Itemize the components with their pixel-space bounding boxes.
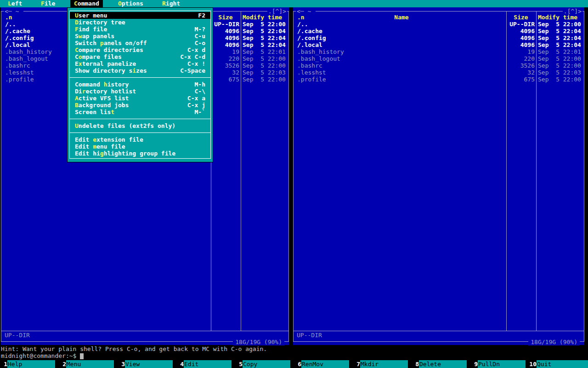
fkey-label: RenMov — [301, 360, 349, 368]
menu-item-switch-panels-on-off[interactable]: Switch panels on/offC-o — [70, 40, 210, 46]
menu-item-compare-directories[interactable]: Compare directoriesC-x d — [70, 46, 210, 53]
file-row[interactable]: .bashrc3526Sep 5 22:00 — [294, 62, 584, 69]
file-mtime: Sep 5 22:00 — [537, 76, 582, 83]
file-size: 4096 — [211, 34, 239, 41]
hotkey-letter: g — [100, 150, 104, 157]
fkey-label: Mkdir — [360, 360, 408, 368]
column-header-size[interactable]: Size — [211, 14, 240, 21]
menu-item-directory-hotlist[interactable]: Directory hotlistC-\ — [70, 88, 210, 95]
menu-item-label: Command history — [75, 81, 129, 88]
file-size: 4096 — [211, 28, 239, 34]
menu-item-shortcut: M-? — [195, 26, 205, 33]
file-size: 4096 — [506, 41, 535, 48]
menu-item-edit-highlighting-group-file[interactable]: Edit highlighting group file — [70, 150, 210, 157]
hotkey-letter: t — [111, 109, 114, 115]
fkey-8-delete[interactable]: 8Delete — [412, 360, 470, 368]
menu-item-edit-extension-file[interactable]: Edit extension file — [70, 136, 210, 143]
shell-prompt: midnight@commander:~$ — [1, 352, 76, 359]
menu-item-active-vfs-list[interactable]: Active VFS listC-x a — [70, 95, 210, 102]
fkey-9-pulldn[interactable]: 9PullDn — [470, 360, 529, 368]
file-name: .lesshst — [297, 69, 326, 76]
file-row[interactable]: /.config4096Sep 5 22:04 — [294, 34, 584, 41]
menubar-item-file[interactable]: File — [37, 0, 59, 7]
fkey-label: View — [125, 360, 173, 368]
mini-status-separator — [1, 331, 288, 331]
fkey-6-renmov[interactable]: 6RenMov — [294, 360, 353, 368]
hotkey-letter: e — [93, 136, 96, 143]
menu-item-label: Switch panels on/off — [75, 40, 147, 46]
menu-item-label: Show directory sizes — [75, 67, 147, 74]
file-size: 220 — [211, 55, 239, 62]
file-name: /.. — [5, 21, 16, 28]
file-mtime: Sep 5 22:00 — [242, 76, 287, 83]
column-header-mtime[interactable]: Modify time — [537, 14, 582, 21]
menu-item-show-directory-sizes[interactable]: Show directory sizesC-Space — [70, 67, 210, 74]
shell-prompt-line[interactable]: midnight@commander:~$ — [1, 352, 84, 359]
menu-item-undelete-files-ext2fs-only[interactable]: Undelete files (ext2fs only) — [70, 122, 210, 129]
panel-column-headers: .nNameSizeModify time — [294, 14, 584, 21]
menu-item-find-file[interactable]: Find fileM-? — [70, 26, 210, 33]
hotkey-letter: U — [75, 12, 79, 19]
menubar-item-options[interactable]: Options — [114, 0, 147, 7]
file-name: .bash_logout — [5, 55, 48, 62]
column-header-mtime[interactable]: Modify time — [242, 14, 287, 21]
hotkey-letter: o — [79, 53, 82, 60]
fkey-10-quit[interactable]: 10Quit — [529, 360, 588, 368]
menu-item-external-panelize[interactable]: External panelizeC-x ! — [70, 60, 210, 67]
file-row[interactable]: .lesshst32Sep 5 22:03 — [294, 69, 584, 76]
file-mtime: Sep 5 22:03 — [537, 69, 582, 76]
menu-separator — [70, 115, 210, 122]
file-name: /.cache — [297, 28, 322, 34]
fkey-4-edit[interactable]: 4Edit — [176, 360, 235, 368]
file-mtime: Sep 5 22:00 — [242, 55, 287, 62]
file-row[interactable]: .profile675Sep 5 22:00 — [294, 76, 584, 83]
fkey-1-help[interactable]: 1Help — [0, 360, 59, 368]
mini-status: UP--DIR — [297, 332, 322, 339]
file-name: .bash_logout — [297, 55, 340, 62]
file-name: /.cache — [5, 28, 30, 34]
menu-item-shortcut: M-h — [195, 81, 205, 88]
menu-item-directory-tree[interactable]: Directory tree — [70, 19, 210, 26]
file-row[interactable]: .bash_history19Sep 5 22:01 — [294, 48, 584, 55]
fkey-5-copy[interactable]: 5Copy — [235, 360, 294, 368]
hotkey-letter: x — [79, 60, 82, 67]
file-mtime: Sep 5 22:00 — [537, 21, 582, 28]
menu-bar: LeftFileCommandOptionsRight — [0, 0, 588, 7]
fkey-3-view[interactable]: 3View — [118, 360, 176, 368]
menubar-item-left[interactable]: Left — [4, 0, 26, 7]
fkey-2-menu[interactable]: 2Menu — [59, 360, 118, 368]
menu-item-label: Directory hotlist — [75, 88, 136, 95]
menu-item-label: Compare files — [75, 53, 122, 60]
menu-item-label: Find file — [75, 26, 107, 33]
menu-item-label: Screen list — [75, 109, 114, 115]
fkey-7-mkdir[interactable]: 7Mkdir — [353, 360, 412, 368]
file-name: /.. — [297, 21, 308, 28]
file-row[interactable]: /..UP--DIRSep 5 22:00 — [294, 21, 584, 28]
menu-item-command-history[interactable]: Command historyM-h — [70, 81, 210, 88]
column-header-size[interactable]: Size — [507, 14, 535, 21]
menu-item-background-jobs[interactable]: Background jobsC-x j — [70, 102, 210, 109]
file-row[interactable]: /.local4096Sep 5 22:04 — [294, 41, 584, 48]
menu-item-user-menu[interactable]: User menuF2 — [70, 12, 210, 19]
file-size: 32 — [506, 69, 535, 76]
menu-item-compare-files[interactable]: Compare filesC-x C-d — [70, 53, 210, 60]
file-name: .bashrc — [297, 62, 322, 69]
file-mtime: Sep 5 22:00 — [537, 62, 582, 69]
file-mtime: Sep 5 22:00 — [537, 55, 582, 62]
hotkey-letter: p — [100, 40, 104, 46]
fkey-number: 6 — [294, 360, 301, 368]
menu-item-label: External panelize — [75, 60, 136, 67]
file-row[interactable]: .bash_logout220Sep 5 22:00 — [294, 55, 584, 62]
menu-item-swap-panels[interactable]: Swap panelsC-u — [70, 33, 210, 40]
menubar-item-command[interactable]: Command — [70, 0, 103, 7]
file-mtime: Sep 5 22:04 — [242, 41, 287, 48]
fkey-number: 8 — [412, 360, 419, 368]
file-row[interactable]: /.cache4096Sep 5 22:04 — [294, 28, 584, 34]
command-menu-frame: User menuF2Directory treeFind fileM-?Swa… — [69, 11, 211, 159]
function-key-bar: 1Help2Menu3View4Edit5Copy6RenMov7Mkdir8D… — [0, 360, 588, 368]
column-header-name[interactable]: Name — [297, 14, 506, 21]
fkey-number: 10 — [529, 360, 537, 368]
menu-item-screen-list[interactable]: Screen listM-` — [70, 109, 210, 115]
menubar-item-right[interactable]: Right — [158, 0, 184, 7]
menu-item-edit-menu-file[interactable]: Edit menu file — [70, 143, 210, 150]
